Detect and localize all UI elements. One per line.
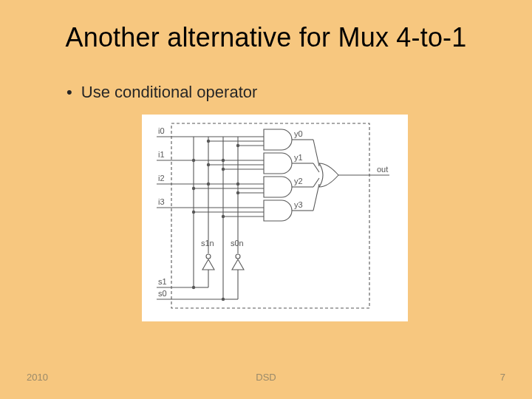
- label-out: out: [377, 165, 388, 174]
- svg-marker-20: [232, 259, 244, 270]
- label-s0n: s0n: [231, 239, 244, 248]
- svg-point-34: [207, 163, 210, 166]
- label-i2: i2: [158, 174, 165, 183]
- label-s1: s1: [158, 277, 167, 286]
- svg-point-28: [207, 140, 210, 143]
- footer-page: 7: [500, 372, 505, 383]
- and-gate-y1: y1: [183, 153, 313, 174]
- inverter-s1: s1n: [192, 239, 214, 289]
- bullet-line: • Use conditional operator: [66, 83, 257, 102]
- svg-point-15: [206, 254, 211, 259]
- svg-point-29: [236, 144, 239, 147]
- label-i1: i1: [158, 150, 165, 159]
- bullet-dot: •: [66, 83, 72, 101]
- and-gate-y2: y2: [183, 177, 313, 197]
- svg-point-21: [236, 254, 240, 259]
- svg-line-49: [313, 140, 319, 166]
- circuit-diagram: .w { stroke:#575757; stroke-width:1.1; f…: [142, 115, 408, 321]
- svg-point-41: [236, 191, 239, 194]
- label-y1: y1: [294, 153, 303, 162]
- bullet-text: Use conditional operator: [81, 83, 257, 101]
- or-gate-out: out: [313, 140, 389, 211]
- label-y2: y2: [294, 177, 303, 185]
- and-gate-y0: y0: [183, 129, 313, 150]
- footer-course: DSD: [256, 372, 276, 383]
- label-y0: y0: [294, 129, 303, 138]
- and-gate-y3: y3: [183, 200, 313, 221]
- svg-point-57: [236, 183, 239, 185]
- svg-point-18: [192, 286, 195, 289]
- svg-point-54: [192, 159, 195, 162]
- svg-point-47: [222, 215, 225, 218]
- svg-point-46: [192, 211, 195, 214]
- svg-line-50: [313, 163, 319, 172]
- svg-point-35: [222, 168, 225, 171]
- slide-title: Another alternative for Mux 4-to-1: [0, 22, 532, 53]
- label-i0: i0: [158, 126, 165, 135]
- svg-line-51: [313, 178, 319, 187]
- svg-marker-14: [202, 259, 214, 270]
- svg-point-55: [222, 159, 225, 162]
- svg-point-40: [192, 187, 195, 190]
- svg-point-24: [222, 298, 225, 301]
- label-s1n: s1n: [201, 239, 214, 248]
- svg-point-56: [207, 183, 210, 185]
- label-s0: s0: [158, 289, 167, 298]
- svg-rect-0: [171, 123, 369, 308]
- footer-year: 2010: [27, 372, 48, 383]
- label-y3: y3: [294, 200, 303, 209]
- inverter-s0: s0n: [222, 239, 244, 301]
- label-i3: i3: [158, 197, 165, 206]
- svg-line-52: [313, 184, 319, 211]
